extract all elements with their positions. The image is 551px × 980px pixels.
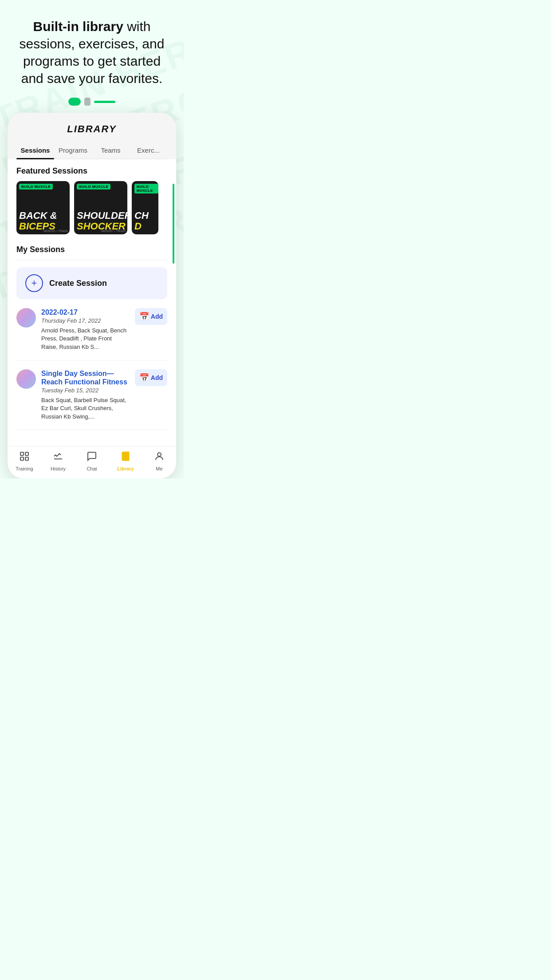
- nav-library[interactable]: Library: [109, 451, 142, 471]
- session-item-1: 2022-02-17 Thursday Feb 17, 2022 Arnold …: [16, 308, 167, 360]
- divider-1: [16, 260, 167, 260]
- avatar-1: [16, 308, 36, 328]
- add-label-2: Add: [151, 374, 163, 381]
- my-sessions-heading: My Sessions: [16, 245, 167, 254]
- nav-history[interactable]: History: [41, 451, 75, 471]
- dot-active: [68, 98, 81, 106]
- session-title-1[interactable]: 2022-02-17: [41, 308, 130, 316]
- hero-bold-text: Built-in library: [33, 19, 123, 34]
- me-label: Me: [156, 466, 162, 471]
- featured-card-back-biceps[interactable]: BUILD MUSCLE BACK &BICEPS HEROIC • TRAIN: [16, 181, 70, 234]
- svg-rect-1: [25, 452, 28, 455]
- nav-me[interactable]: Me: [142, 451, 176, 471]
- card-watermark-1: HEROIC • TRAIN: [43, 229, 68, 233]
- svg-point-5: [157, 453, 161, 456]
- dot-inactive: [84, 98, 91, 106]
- card-title-1: BACK &BICEPS: [19, 210, 67, 232]
- hero-section: Built-in library with sessions, exercise…: [0, 0, 184, 98]
- tab-programs[interactable]: Programs: [54, 142, 92, 158]
- featured-section-heading: Featured Sessions: [16, 166, 167, 176]
- tab-sessions[interactable]: Sessions: [16, 142, 54, 158]
- history-icon: [53, 451, 63, 464]
- svg-rect-2: [20, 457, 24, 460]
- featured-card-shoulder-shocker[interactable]: BUILD MUSCLE SHOULDERSHOCKER HEROIC • TR…: [74, 181, 127, 234]
- scroll-indicator: [173, 184, 174, 264]
- library-tabs: Sessions Programs Teams Exerc...: [16, 142, 167, 159]
- create-session-button[interactable]: + Create Session: [16, 267, 167, 299]
- library-header: LIBRARY Sessions Programs Teams Exerc...: [8, 113, 176, 159]
- session-item-2: Single Day Session— Reach Functional Fit…: [16, 369, 167, 430]
- session-exercises-2: Back Squat, Barbell Pulse Squat, Ez Bar …: [41, 396, 130, 421]
- featured-card-partial[interactable]: BUILD MUSCLE CHD: [132, 181, 158, 234]
- nav-training[interactable]: Training: [8, 451, 41, 471]
- chat-icon: [87, 451, 97, 464]
- featured-sessions-row: BUILD MUSCLE BACK &BICEPS HEROIC • TRAIN…: [16, 181, 167, 234]
- create-session-label: Create Session: [49, 279, 107, 288]
- library-title: LIBRARY: [16, 123, 167, 135]
- library-icon: [120, 451, 131, 464]
- add-label-1: Add: [151, 313, 163, 320]
- tab-teams[interactable]: Teams: [92, 142, 130, 158]
- me-icon: [154, 451, 165, 464]
- session-date-2: Tuesday Feb 15, 2022: [41, 387, 130, 394]
- history-label: History: [51, 466, 66, 471]
- library-content: Featured Sessions BUILD MUSCLE BACK &BIC…: [8, 159, 176, 446]
- add-button-1[interactable]: 📅 Add: [135, 308, 167, 325]
- card-title-2: SHOULDERSHOCKER: [77, 210, 125, 232]
- build-muscle-badge-1: BUILD MUSCLE: [19, 184, 53, 190]
- phone-frame: LIBRARY Sessions Programs Teams Exerc...…: [8, 113, 176, 478]
- add-button-2[interactable]: 📅 Add: [135, 369, 167, 386]
- session-exercises-1: Arnold Press, Back Squat, Bench Press, D…: [41, 327, 130, 351]
- plus-icon: +: [25, 274, 43, 292]
- session-info-1: 2022-02-17 Thursday Feb 17, 2022 Arnold …: [41, 308, 130, 351]
- training-label: Training: [16, 466, 33, 471]
- tab-exercises[interactable]: Exerc...: [130, 142, 167, 158]
- session-info-2: Single Day Session— Reach Functional Fit…: [41, 369, 130, 421]
- build-muscle-badge-3: BUILD MUSCLE: [134, 184, 158, 194]
- session-title-2[interactable]: Single Day Session— Reach Functional Fit…: [41, 369, 130, 386]
- calendar-icon-2: 📅: [139, 373, 149, 383]
- card-watermark-2: HEROIC • TRAIN: [101, 229, 126, 233]
- page-content: Built-in library with sessions, exercise…: [0, 0, 184, 478]
- chat-label: Chat: [87, 466, 97, 471]
- carousel-indicator: [0, 98, 184, 106]
- svg-rect-0: [20, 452, 24, 455]
- build-muscle-badge-2: BUILD MUSCLE: [77, 184, 110, 190]
- svg-rect-3: [25, 457, 28, 460]
- card-title-3: CHD: [134, 210, 156, 232]
- calendar-icon-1: 📅: [139, 312, 149, 321]
- session-date-1: Thursday Feb 17, 2022: [41, 317, 130, 324]
- training-icon: [19, 451, 30, 464]
- bottom-nav: Training History Chat Library: [8, 446, 176, 478]
- avatar-2: [16, 369, 36, 389]
- library-nav-label: Library: [117, 466, 134, 471]
- dot-line: [94, 101, 115, 103]
- nav-chat[interactable]: Chat: [75, 451, 109, 471]
